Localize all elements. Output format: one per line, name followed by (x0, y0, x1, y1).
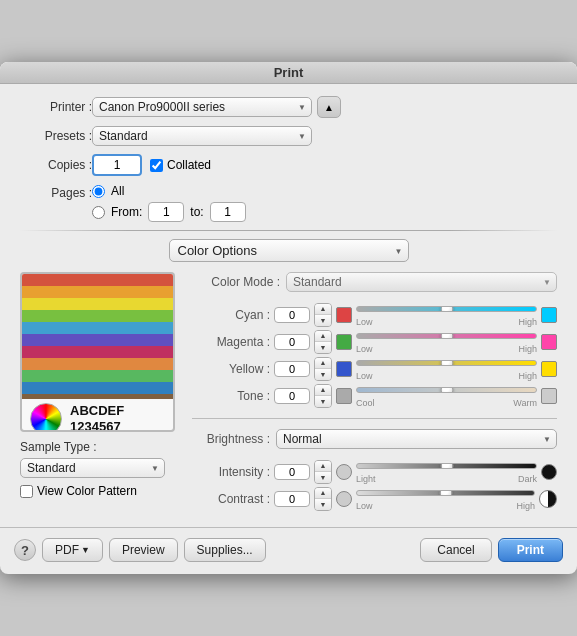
contrast-low-label: Low (356, 501, 373, 511)
pages-from-radio[interactable] (92, 206, 105, 219)
pages-all-radio[interactable] (92, 185, 105, 198)
magenta-value-input[interactable] (274, 334, 310, 350)
collated-check-group: Collated (150, 158, 211, 172)
tone-value-input[interactable] (274, 388, 310, 404)
tone-left-swatch (336, 388, 352, 404)
window-title: Print (274, 65, 304, 80)
intensity-slider-container (356, 459, 537, 473)
intensity-value-input[interactable] (274, 464, 310, 480)
title-bar: Print (0, 62, 577, 84)
color-options-select[interactable]: Color Options (169, 239, 409, 262)
cancel-button[interactable]: Cancel (420, 538, 491, 562)
presets-select-wrapper[interactable]: Standard (92, 126, 312, 146)
pages-from-input[interactable] (148, 202, 184, 222)
yellow-left-swatch (336, 361, 352, 377)
magenta-up-button[interactable]: ▲ (315, 331, 331, 342)
color-mode-label: Color Mode : (192, 275, 280, 289)
print-button[interactable]: Print (498, 538, 563, 562)
window-content: Printer : Canon Pro9000II series ▲ Prese… (0, 84, 577, 527)
intensity-dark-label: Dark (518, 474, 537, 484)
tone-cool-label: Cool (356, 398, 375, 408)
view-color-pattern-checkbox[interactable] (20, 485, 33, 498)
main-area: ABCDEF 1234567 Sample Type : Standard Vi… (20, 272, 557, 513)
print-dialog: Print Printer : Canon Pro9000II series ▲… (0, 62, 577, 574)
color-mode-select-wrapper[interactable]: Standard (286, 272, 557, 292)
tone-slider-thumb[interactable] (440, 387, 453, 393)
pages-from-label: From: (111, 205, 142, 219)
magenta-slider-container (356, 329, 537, 343)
brightness-label: Brightness : (192, 432, 270, 446)
magenta-left-swatch (336, 334, 352, 350)
contrast-label: Contrast : (192, 492, 270, 506)
pdf-button[interactable]: PDF ▼ (42, 538, 103, 562)
magenta-down-button[interactable]: ▼ (315, 342, 331, 353)
pages-radio-group: All From: to: (92, 184, 246, 222)
magenta-high-label: High (518, 344, 537, 354)
tone-slider-area: Cool Warm (356, 383, 537, 408)
cyan-left-swatch (336, 307, 352, 323)
pages-from-row: From: to: (92, 202, 246, 222)
color-wheel-icon (30, 403, 62, 432)
cyan-stepper: ▲ ▼ (314, 303, 332, 327)
preview-text-block: ABCDEF 1234567 (70, 403, 124, 432)
collated-checkbox[interactable] (150, 159, 163, 172)
pdf-label: PDF (55, 543, 79, 557)
pages-to-input[interactable] (210, 202, 246, 222)
cyan-up-button[interactable]: ▲ (315, 304, 331, 315)
collated-label: Collated (167, 158, 211, 172)
copies-label: Copies : (20, 158, 92, 172)
tone-label: Tone : (192, 389, 270, 403)
contrast-down-button[interactable]: ▼ (315, 499, 331, 510)
cyan-low-high: Low High (356, 317, 537, 327)
magenta-slider-thumb[interactable] (440, 333, 453, 339)
yellow-value-input[interactable] (274, 361, 310, 377)
sample-select-wrapper[interactable]: Standard (20, 458, 165, 478)
color-mode-select[interactable]: Standard (286, 272, 557, 292)
cyan-down-button[interactable]: ▼ (315, 315, 331, 326)
contrast-up-button[interactable]: ▲ (315, 488, 331, 499)
cyan-slider-area: Low High (356, 302, 537, 327)
brightness-select-wrapper[interactable]: Normal (276, 429, 557, 449)
yellow-high-label: High (518, 371, 537, 381)
yellow-slider-container (356, 356, 537, 370)
intensity-down-button[interactable]: ▼ (315, 472, 331, 483)
supplies-button[interactable]: Supplies... (184, 538, 266, 562)
cyan-slider-thumb[interactable] (440, 306, 453, 312)
yellow-down-button[interactable]: ▼ (315, 369, 331, 380)
color-options-select-wrapper[interactable]: Color Options (169, 239, 409, 262)
presets-select[interactable]: Standard (92, 126, 312, 146)
printer-expand-button[interactable]: ▲ (317, 96, 341, 118)
printer-row: Printer : Canon Pro9000II series ▲ (20, 96, 557, 118)
pages-label: Pages : (20, 186, 92, 200)
tone-up-button[interactable]: ▲ (315, 385, 331, 396)
cyan-slider-bg (356, 306, 537, 312)
preview-button[interactable]: Preview (109, 538, 178, 562)
contrast-slider-thumb[interactable] (439, 490, 452, 496)
contrast-right-icon (539, 490, 557, 508)
cyan-row: Cyan : ▲ ▼ Low (192, 302, 557, 327)
copies-input[interactable] (92, 154, 142, 176)
preview-box: ABCDEF 1234567 (20, 272, 175, 432)
help-button[interactable]: ? (14, 539, 36, 561)
yellow-right-swatch (541, 361, 557, 377)
contrast-value-input[interactable] (274, 491, 310, 507)
preview-bottom: ABCDEF 1234567 (22, 399, 173, 432)
contrast-slider-container (356, 486, 535, 500)
brightness-select[interactable]: Normal (276, 429, 557, 449)
pencil-stripes (22, 274, 173, 399)
intensity-row: Intensity : ▲ ▼ Light (192, 459, 557, 484)
intensity-slider-thumb[interactable] (440, 463, 453, 469)
copies-row: Copies : Collated (20, 154, 557, 176)
yellow-up-button[interactable]: ▲ (315, 358, 331, 369)
printer-select-wrapper[interactable]: Canon Pro9000II series (92, 97, 312, 117)
printer-select[interactable]: Canon Pro9000II series (92, 97, 312, 117)
pages-to-label: to: (190, 205, 203, 219)
intensity-stepper: ▲ ▼ (314, 460, 332, 484)
tone-down-button[interactable]: ▼ (315, 396, 331, 407)
color-mode-row: Color Mode : Standard (192, 272, 557, 292)
intensity-up-button[interactable]: ▲ (315, 461, 331, 472)
cyan-value-input[interactable] (274, 307, 310, 323)
view-color-pattern-row: View Color Pattern (20, 484, 182, 498)
sample-type-select[interactable]: Standard (20, 458, 165, 478)
yellow-slider-thumb[interactable] (440, 360, 453, 366)
